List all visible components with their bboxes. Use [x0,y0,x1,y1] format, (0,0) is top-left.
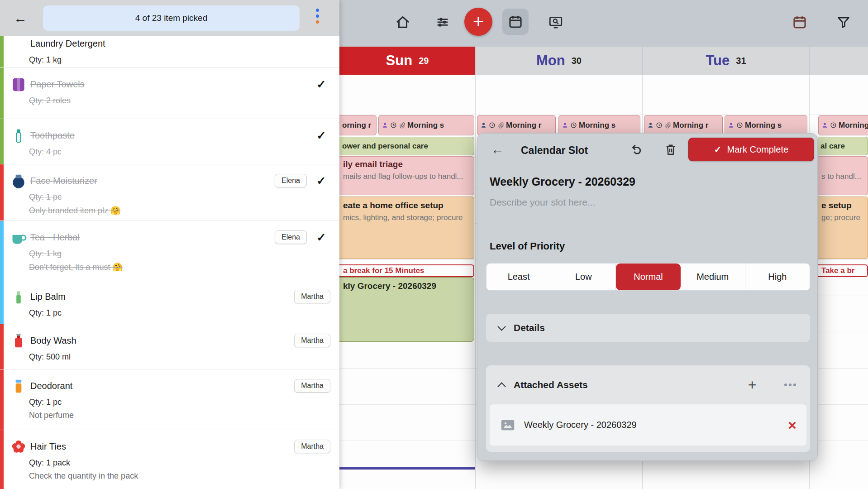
day-header-mon[interactable]: Mon 30 [475,47,642,75]
event-morning-run-tue[interactable]: Morning r [644,115,723,135]
list-item[interactable]: Body Wash Martha Qty: 500 ml [0,324,339,369]
event-morning-run-sun[interactable]: orning r [339,115,377,135]
check-icon[interactable]: ✓ [312,174,330,187]
event-morning-right[interactable]: Morning s [818,115,868,135]
priority-option-high[interactable]: High [745,264,810,290]
day-header-tue[interactable]: Tue 31 [642,47,809,75]
asset-more-button[interactable] [781,384,799,386]
chevron-down-icon [497,322,506,331]
calendar-slot-modal: ← Calendar Slot ✓ Mark Complete Weekly G… [477,133,818,461]
event-home-office-sun[interactable]: eate a home office setup mics, lighting,… [339,197,474,259]
shopping-list-panel: ← 4 of 23 item picked Laundry Detergent … [0,0,339,489]
assignee-badge: Elena [275,230,307,244]
ellipsis-icon [784,384,787,386]
priority-option-normal[interactable]: Normal [616,264,680,290]
event-email-triage-sun[interactable]: ily email triage mails and flag follow-u… [339,156,474,195]
slot-description-input[interactable]: Describe your slot here... [490,197,595,208]
priority-label: Level of Priority [490,240,565,252]
item-name: Deodorant [30,381,294,391]
undo-icon [630,143,643,156]
back-button[interactable]: ← [14,10,27,26]
item-qty: Qty: 1 kg [29,249,330,259]
clock-icon [570,122,577,129]
picked-status-pill: 4 of 23 item picked [43,5,300,31]
attached-assets-header[interactable]: Attached Assets + [486,365,810,404]
time-indicator-line [339,467,475,470]
paperclip-icon [664,122,671,129]
assignee-badge: Martha [294,440,330,453]
item-name: Face Moisturizer [30,176,275,186]
mark-complete-button[interactable]: ✓ Mark Complete [688,138,814,161]
priority-option-low[interactable]: Low [551,264,616,290]
slot-title-input[interactable]: Weekly Grocery - 20260329 [490,175,635,188]
item-qty: Qty: 1 pc [29,192,330,202]
list-item[interactable]: Toothpaste ✓ Qty: 4 pc [0,119,339,164]
attached-assets-section: Attached Assets + Weekly Grocery - 20260… [486,365,810,452]
priority-option-medium[interactable]: Medium [681,264,745,290]
list-item[interactable]: Paper Towels ✓ Qty: 2 roles [0,68,339,119]
event-morning-run-mon[interactable]: Morning r [477,115,556,135]
person-icon [728,122,734,129]
photo-icon [500,417,516,433]
check-icon[interactable]: ✓ [312,129,330,142]
asset-row[interactable]: Weekly Grocery - 20260329 × [490,404,806,446]
item-note: Don't forget, its a must 🤗 [29,262,330,272]
menu-button[interactable] [314,9,320,24]
assignee-badge: Martha [294,334,330,347]
priority-segmented-control: Least Low Normal Medium High [486,263,810,291]
tune-button[interactable] [435,14,450,30]
person-icon [480,122,487,129]
priority-option-least[interactable]: Least [486,264,551,290]
back-icon: ← [14,10,27,25]
item-note: Check the quantity in the pack [29,471,330,481]
clock-icon [390,122,397,129]
add-asset-button[interactable]: + [743,377,761,393]
clock-icon [656,122,663,129]
calendar-view-button[interactable] [502,9,529,35]
list-item[interactable]: Face Moisturizer Elena ✓ Qty: 1 pc Only … [0,164,339,221]
mini-calendar-button[interactable] [792,14,807,30]
asset-name: Weekly Grocery - 20260329 [524,420,637,430]
paper-towels-icon [10,76,27,93]
item-name: Hair Ties [30,441,294,452]
details-section-toggle[interactable]: Details [486,314,810,342]
event-email-triage-right[interactable]: s to handl... [818,156,868,195]
item-qty: Qty: 1 pc [29,308,330,318]
delete-button[interactable] [664,143,677,156]
event-break-sun[interactable]: a break for 15 Minutes [339,264,474,277]
day-header-sun[interactable]: Sun 29 [339,47,475,75]
event-morning-skincare-tue[interactable]: Morning s [725,115,807,135]
add-button[interactable]: + [464,8,492,36]
check-icon: ✓ [714,144,722,155]
monitor-search-icon [548,14,563,30]
item-name: Paper Towels [30,79,312,90]
event-shower-sun[interactable]: ower and personal care [339,137,474,155]
list-item[interactable]: Lip Balm Martha Qty: 1 pc [0,280,339,324]
home-button[interactable] [395,14,410,30]
list-item[interactable]: Deodorant Martha Qty: 1 pc Not perfume [0,369,339,430]
event-morning-skincare-mon[interactable]: Morning s [558,115,640,135]
column-divider [475,75,476,489]
list-item[interactable]: Tea - Herbal Elena ✓ Qty: 1 kg Don't for… [0,221,339,280]
event-personal-care-right[interactable]: al care [818,137,868,155]
screen-search-button[interactable] [548,14,563,30]
remove-asset-button[interactable]: × [788,418,796,432]
modal-back-button[interactable]: ← [491,143,504,157]
event-break-right[interactable]: Take a br [818,264,868,277]
menu-dots-icon [316,9,319,12]
check-icon[interactable]: ✓ [312,231,330,244]
modal-title: Calendar Slot [521,144,588,157]
person-icon [821,122,828,129]
item-qty: Qty: 4 pc [29,147,330,157]
person-icon [382,122,388,129]
calendar-toolbar: + [339,0,868,47]
paperclip-icon [497,122,504,129]
check-icon[interactable]: ✓ [312,78,330,91]
list-item[interactable]: Laundry Detergent Qty: 1 kg [0,36,339,68]
event-morning-skincare-sun[interactable]: Morning s [378,115,474,135]
list-item[interactable]: Hair Ties Martha Qty: 1 pack Check the q… [0,430,339,489]
event-home-office-right[interactable]: e setup ge; procure [818,197,868,259]
filter-button[interactable] [836,14,851,30]
undo-button[interactable] [630,143,643,156]
event-weekly-grocery-sun[interactable]: kly Grocery - 20260329 [339,277,474,342]
